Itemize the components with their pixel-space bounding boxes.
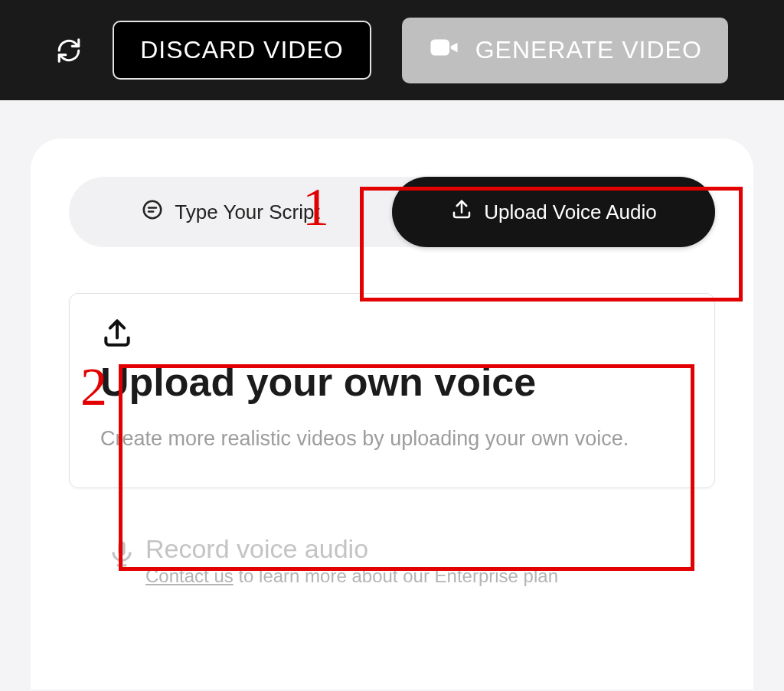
contact-us-link[interactable]: Contact us xyxy=(145,566,234,586)
tab-type-script[interactable]: Type Your Script xyxy=(69,177,392,247)
record-voice-subtitle-rest: to learn more about our Enterprise plan xyxy=(234,566,558,586)
record-voice-text: Record voice audio Contact us to learn m… xyxy=(145,534,558,587)
record-voice-subtitle: Contact us to learn more about our Enter… xyxy=(145,566,558,587)
video-camera-icon xyxy=(428,31,460,70)
upload-icon xyxy=(450,198,473,227)
tab-upload-voice-audio-label: Upload Voice Audio xyxy=(484,200,657,224)
record-voice-title: Record voice audio xyxy=(145,534,558,564)
upload-voice-card[interactable]: Upload your own voice Create more realis… xyxy=(69,293,715,488)
generate-video-button: GENERATE VIDEO xyxy=(402,18,728,83)
top-bar: DISCARD VIDEO GENERATE VIDEO xyxy=(0,0,784,100)
upload-voice-heading: Upload your own voice xyxy=(100,361,684,403)
record-voice-row: Record voice audio Contact us to learn m… xyxy=(69,519,715,587)
upload-voice-description: Create more realistic videos by uploadin… xyxy=(100,420,684,458)
generate-video-label: GENERATE VIDEO xyxy=(475,36,702,64)
chat-icon xyxy=(141,198,164,227)
page-body: Type Your Script Upload Voice Audio xyxy=(0,139,784,689)
svg-rect-0 xyxy=(430,39,449,55)
discard-video-label: DISCARD VIDEO xyxy=(140,36,343,64)
svg-rect-2 xyxy=(118,541,126,556)
microphone-icon xyxy=(107,539,136,571)
refresh-icon[interactable] xyxy=(56,37,82,64)
discard-video-button[interactable]: DISCARD VIDEO xyxy=(113,21,371,80)
svg-point-1 xyxy=(144,200,162,218)
tab-upload-voice-audio[interactable]: Upload Voice Audio xyxy=(392,177,715,247)
main-panel: Type Your Script Upload Voice Audio xyxy=(31,139,753,689)
upload-icon xyxy=(100,317,684,354)
input-mode-toggle: Type Your Script Upload Voice Audio xyxy=(69,177,715,247)
tab-type-script-label: Type Your Script xyxy=(175,200,319,224)
